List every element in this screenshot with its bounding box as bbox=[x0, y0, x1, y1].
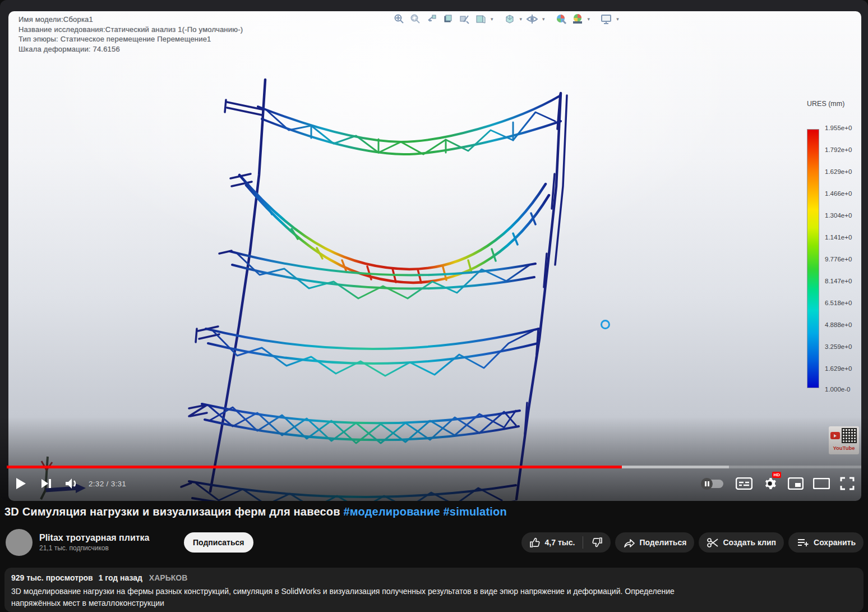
autoplay-toggle[interactable] bbox=[702, 480, 723, 488]
dropdown-caret-icon[interactable]: ▾ bbox=[616, 16, 619, 22]
legend-label: 1.629e+0 bbox=[825, 365, 852, 372]
dislike-button[interactable] bbox=[583, 532, 611, 553]
zoom-to-area-icon[interactable] bbox=[409, 12, 422, 26]
apply-scene-icon[interactable] bbox=[571, 12, 584, 26]
create-clip-label: Создать клип bbox=[723, 538, 776, 547]
player-control-bar: 2:32 / 3:31 HD bbox=[8, 471, 860, 496]
share-icon bbox=[623, 537, 635, 548]
description-text: 3D моделирование нагрузки на фермы разны… bbox=[11, 586, 857, 609]
cursor-highlight-ring bbox=[601, 320, 610, 329]
autoplay-knob bbox=[701, 478, 713, 490]
legend-label: 1.466e+0 bbox=[825, 190, 852, 197]
view-settings-icon[interactable] bbox=[599, 12, 613, 26]
dropdown-caret-icon[interactable]: ▾ bbox=[542, 16, 545, 22]
dropdown-caret-icon[interactable]: ▾ bbox=[588, 16, 590, 22]
channel-avatar[interactable] bbox=[6, 529, 33, 556]
progress-bar[interactable] bbox=[7, 466, 861, 468]
legend-label: 1.792e+0 bbox=[825, 146, 852, 153]
theater-mode-icon[interactable] bbox=[809, 471, 834, 496]
time-display: 2:32 / 3:31 bbox=[89, 480, 126, 488]
legend-label: 9.776e+0 bbox=[825, 256, 852, 263]
zoom-to-fit-icon[interactable] bbox=[393, 12, 406, 26]
location-tag[interactable]: ХАРЬКОВ bbox=[149, 573, 187, 582]
thumb-down-icon bbox=[591, 537, 603, 548]
solidworks-overlay-text: Имя модели:Сборка1 Название исследования… bbox=[19, 15, 243, 54]
edit-appearance-icon[interactable] bbox=[555, 12, 568, 26]
previous-view-icon[interactable] bbox=[425, 12, 438, 26]
legend-label: 3.259e+0 bbox=[825, 343, 852, 350]
hide-show-items-icon[interactable] bbox=[525, 12, 539, 26]
legend-label: 1.955e+0 bbox=[825, 125, 852, 131]
model-name-line: Имя модели:Сборка1 bbox=[19, 15, 243, 25]
scissors-icon bbox=[707, 537, 719, 548]
section-view-icon[interactable] bbox=[441, 12, 455, 26]
save-label: Сохранить bbox=[814, 538, 856, 547]
view-count: 929 тыс. просмотров bbox=[11, 573, 93, 582]
progress-played bbox=[7, 466, 622, 468]
like-dislike-pill: 4,7 тыс. bbox=[521, 532, 611, 553]
legend-label: 1.000e-0 bbox=[825, 386, 850, 393]
deformation-scale-line: Шкала деформации: 74.6156 bbox=[19, 44, 243, 54]
description-box[interactable]: 929 тыс. просмотров 1 год назад ХАРЬКОВ … bbox=[4, 568, 864, 612]
video-title-text: 3D Симуляция нагрузки и визуализация фер… bbox=[4, 505, 340, 518]
video-stats-line: 929 тыс. просмотров 1 год назад ХАРЬКОВ bbox=[11, 573, 857, 582]
video-title: 3D Симуляция нагрузки и визуализация фер… bbox=[4, 505, 862, 518]
like-button[interactable]: 4,7 тыс. bbox=[521, 532, 583, 553]
subtitles-icon[interactable] bbox=[731, 471, 757, 496]
next-button[interactable] bbox=[34, 471, 59, 496]
share-label: Поделиться bbox=[639, 538, 686, 547]
create-clip-button[interactable]: Создать клип bbox=[699, 532, 784, 553]
annotation-views-icon[interactable] bbox=[458, 12, 471, 26]
video-player[interactable]: Имя модели:Сборка1 Название исследования… bbox=[0, 0, 868, 501]
view-orientation-icon[interactable] bbox=[503, 12, 516, 26]
legend-label: 1.304e+0 bbox=[825, 212, 852, 219]
like-count: 4,7 тыс. bbox=[545, 538, 575, 547]
legend-label: 8.147e+0 bbox=[825, 278, 852, 284]
legend-labels: 1.955e+0 1.792e+0 1.629e+0 1.466e+0 1.30… bbox=[823, 125, 861, 393]
dropdown-caret-icon[interactable]: ▾ bbox=[520, 16, 523, 22]
thumb-up-icon bbox=[529, 537, 541, 548]
study-name-line: Название исследования:Статический анализ… bbox=[19, 25, 243, 35]
channel-row: Plitax тротуарная плитка 21,1 тыс. подпи… bbox=[6, 528, 864, 556]
subscribe-button[interactable]: Подписаться bbox=[184, 532, 253, 553]
share-button[interactable]: Поделиться bbox=[615, 532, 694, 553]
action-buttons: 4,7 тыс. Поделиться Создать клип Сохрани… bbox=[521, 532, 864, 553]
miniplayer-icon[interactable] bbox=[783, 471, 809, 496]
dropdown-caret-icon[interactable]: ▾ bbox=[491, 16, 493, 22]
channel-subscribers: 21,1 тыс. подписчиков bbox=[39, 544, 179, 552]
display-style-icon[interactable] bbox=[474, 12, 487, 26]
channel-name[interactable]: Plitax тротуарная плитка bbox=[39, 533, 179, 543]
save-button[interactable]: Сохранить bbox=[788, 532, 864, 553]
legend-label: 6.518e+0 bbox=[825, 300, 852, 306]
legend-label: 1.141e+0 bbox=[825, 234, 852, 241]
solidworks-toolbar: ▾ ▾ ▾ ▾ ▾ bbox=[393, 12, 620, 26]
legend-title: URES (mm) bbox=[807, 100, 844, 108]
video-hashtags[interactable]: #моделирование #simulation bbox=[343, 505, 506, 518]
fullscreen-icon[interactable] bbox=[834, 471, 860, 496]
legend-color-bar bbox=[807, 129, 819, 388]
legend-label: 1.629e+0 bbox=[825, 168, 852, 175]
hd-badge: HD bbox=[772, 472, 781, 478]
settings-icon[interactable]: HD bbox=[757, 471, 783, 496]
plot-type-line: Тип эпюры: Статическое перемещение Перем… bbox=[19, 34, 243, 44]
play-button[interactable] bbox=[8, 471, 34, 496]
upload-age: 1 год назад bbox=[99, 573, 142, 582]
playlist-add-icon bbox=[796, 537, 810, 548]
legend-label: 4.888e+0 bbox=[825, 321, 852, 328]
volume-icon[interactable] bbox=[59, 471, 85, 496]
